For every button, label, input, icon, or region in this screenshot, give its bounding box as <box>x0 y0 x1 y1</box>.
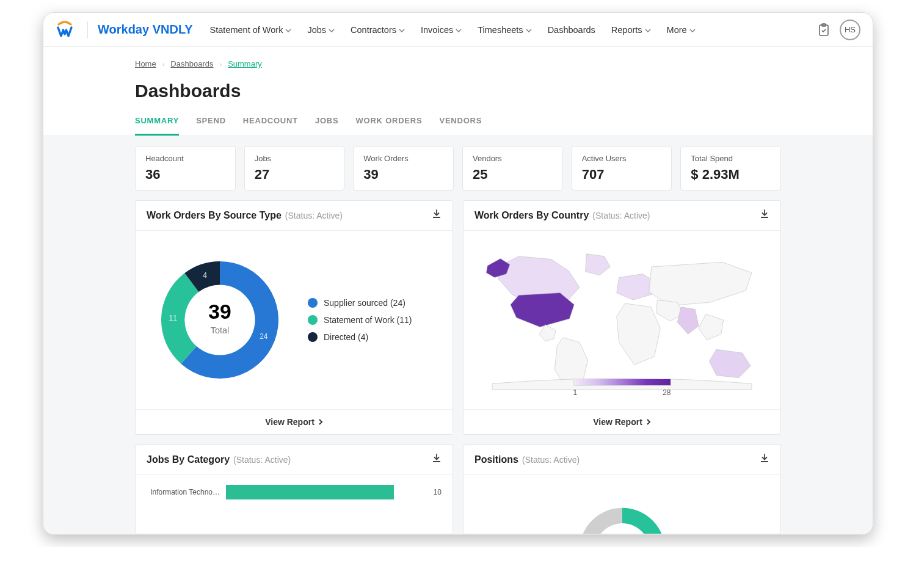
tab-spend[interactable]: SPEND <box>196 116 226 136</box>
card-title: Work Orders By Source Type <box>147 210 282 221</box>
nav-item-statement-of-work[interactable]: Statement of Work <box>210 25 292 35</box>
download-icon[interactable] <box>432 209 442 222</box>
legend-item-supplier-sourced[interactable]: Supplier sourced (24) <box>308 298 412 308</box>
card-positions: Positions (Status: Active) 14 <box>463 445 781 534</box>
kpi-total-spend[interactable]: Total Spend$ 2.93M <box>680 146 781 191</box>
nav-item-label: Reports <box>611 25 642 35</box>
donut-slice-value: 4 <box>203 271 207 280</box>
workday-logo-icon <box>56 21 74 39</box>
chevron-right-icon <box>646 417 651 427</box>
donut-total-label: Total <box>211 325 229 335</box>
map-legend: 1 28 <box>573 379 671 397</box>
kpi-value: 707 <box>582 167 662 183</box>
world-map[interactable]: 1 28 <box>474 241 769 399</box>
kpi-vendors[interactable]: Vendors25 <box>462 146 563 191</box>
logo-divider <box>87 21 88 38</box>
dashboard-body: Headcount36Jobs27Work Orders39Vendors25A… <box>43 136 873 534</box>
card-body: 14 <box>463 475 780 534</box>
brand-name[interactable]: Workday VNDLY <box>98 23 193 37</box>
card-body: 2411439Total Supplier sourced (24)Statem… <box>136 231 453 409</box>
chevron-down-icon <box>285 25 291 35</box>
kpi-headcount[interactable]: Headcount36 <box>135 146 236 191</box>
legend-item-directed[interactable]: Directed (4) <box>308 332 412 342</box>
nav-item-label: Dashboards <box>548 25 595 35</box>
page-header: Home›Dashboards›Summary Dashboards <box>43 47 873 101</box>
legend-swatch <box>308 298 318 308</box>
bar-chart: Information Techno…10 <box>147 485 442 521</box>
chevron-down-icon <box>329 25 335 35</box>
nav-item-invoices[interactable]: Invoices <box>421 25 462 35</box>
chevron-down-icon <box>399 25 405 35</box>
card-status: (Status: Active) <box>233 455 291 465</box>
nav-item-timesheets[interactable]: Timesheets <box>478 25 531 35</box>
kpi-work-orders[interactable]: Work Orders39 <box>353 146 454 191</box>
view-report-link[interactable]: View Report <box>136 409 453 434</box>
kpi-value: 25 <box>473 167 553 183</box>
card-header: Work Orders By Source Type (Status: Acti… <box>136 201 453 231</box>
legend-swatch <box>308 332 318 342</box>
chevron-down-icon <box>645 25 651 35</box>
card-title: Jobs By Category <box>147 454 230 465</box>
nav-item-reports[interactable]: Reports <box>611 25 651 35</box>
nav-items: Statement of WorkJobsContractorsInvoices… <box>210 25 818 35</box>
download-icon[interactable] <box>760 454 769 466</box>
kpi-label: Vendors <box>473 154 553 163</box>
app-logo[interactable] <box>56 21 74 39</box>
tab-vendors[interactable]: VENDORS <box>439 116 482 136</box>
legend-label: Supplier sourced (24) <box>324 298 405 308</box>
card-work-orders-by-source-type: Work Orders By Source Type (Status: Acti… <box>135 200 453 435</box>
breadcrumb-separator: › <box>219 60 222 68</box>
bar-row[interactable]: Information Techno…10 <box>147 485 442 499</box>
card-title: Work Orders By Country <box>474 210 589 221</box>
nav-item-more[interactable]: More <box>667 25 696 35</box>
donut-slice-value: 11 <box>169 314 178 322</box>
kpi-value: 39 <box>363 167 443 183</box>
card-body: Information Techno…10 <box>136 475 453 534</box>
tab-headcount[interactable]: HEADCOUNT <box>243 116 298 136</box>
app-frame: Workday VNDLY Statement of WorkJobsContr… <box>43 12 873 535</box>
nav-item-label: Jobs <box>307 25 326 35</box>
legend-min: 1 <box>573 388 578 397</box>
svg-rect-5 <box>761 461 768 462</box>
card-grid: Work Orders By Source Type (Status: Acti… <box>135 200 781 534</box>
tab-summary[interactable]: SUMMARY <box>135 116 179 136</box>
nav-item-label: Contractors <box>351 25 396 35</box>
chevron-down-icon <box>526 25 532 35</box>
positions-slice[interactable] <box>617 508 664 534</box>
svg-rect-3 <box>761 217 768 218</box>
breadcrumb-dashboards[interactable]: Dashboards <box>170 59 213 68</box>
positions-slice[interactable] <box>579 508 622 534</box>
nav-item-contractors[interactable]: Contractors <box>351 25 405 35</box>
download-icon[interactable] <box>760 209 769 222</box>
donut-slice-value: 24 <box>260 332 268 341</box>
tabs: SUMMARYSPENDHEADCOUNTJOBSWORK ORDERSVEND… <box>43 116 873 136</box>
kpi-active-users[interactable]: Active Users707 <box>572 146 672 191</box>
download-icon[interactable] <box>432 454 442 466</box>
view-report-label: View Report <box>593 417 642 427</box>
breadcrumb-summary[interactable]: Summary <box>228 59 262 68</box>
nav-item-dashboards[interactable]: Dashboards <box>548 25 595 35</box>
kpi-value: 27 <box>255 167 335 183</box>
nav-right: HS <box>818 20 860 40</box>
avatar[interactable]: HS <box>840 20 860 40</box>
tab-jobs[interactable]: JOBS <box>315 116 339 136</box>
breadcrumb-home[interactable]: Home <box>135 59 156 68</box>
card-work-orders-by-country: Work Orders By Country (Status: Active) <box>463 200 781 435</box>
tab-work-orders[interactable]: WORK ORDERS <box>355 116 422 136</box>
nav-item-jobs[interactable]: Jobs <box>307 25 335 35</box>
kpi-label: Jobs <box>255 154 335 163</box>
nav-item-label: Statement of Work <box>210 25 283 35</box>
kpi-label: Headcount <box>145 154 225 163</box>
legend-item-statement-of-work[interactable]: Statement of Work (11) <box>308 315 412 325</box>
nav-item-label: Timesheets <box>478 25 523 35</box>
kpi-jobs[interactable]: Jobs27 <box>244 146 345 191</box>
svg-rect-2 <box>433 217 440 218</box>
legend-max: 28 <box>663 388 671 397</box>
clipboard-icon[interactable] <box>818 23 830 37</box>
view-report-link[interactable]: View Report <box>463 409 780 434</box>
kpi-label: Work Orders <box>363 154 443 163</box>
legend-label: Directed (4) <box>324 332 368 342</box>
kpi-label: Active Users <box>582 154 662 163</box>
card-title: Positions <box>474 454 518 465</box>
card-header: Jobs By Category (Status: Active) <box>136 445 453 475</box>
